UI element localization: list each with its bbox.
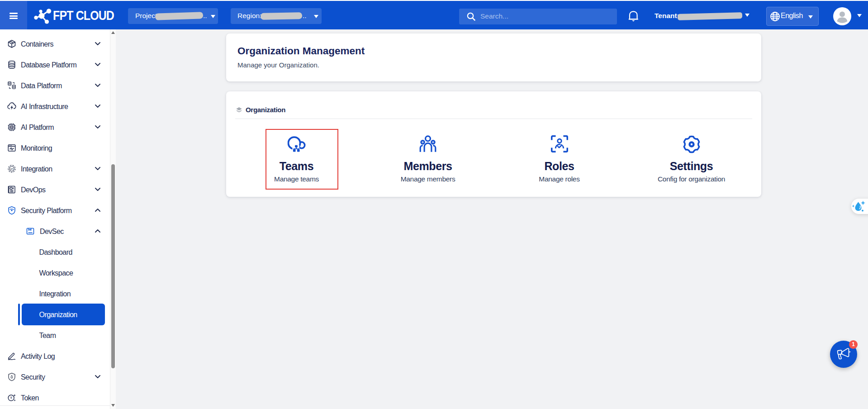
svg-text:API: API	[10, 167, 14, 170]
svg-text:T: T	[10, 396, 12, 399]
svg-text:AI: AI	[11, 126, 13, 128]
